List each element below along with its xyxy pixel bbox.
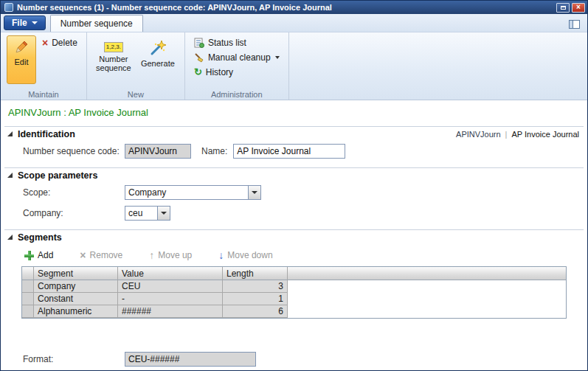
row-filler: [288, 293, 566, 305]
number-sequence-icon: 1,2,3.: [104, 42, 123, 52]
move-down-label: Move down: [227, 250, 272, 260]
remove-button[interactable]: × Remove: [80, 250, 122, 260]
broom-icon: [194, 52, 204, 63]
group-label-new: New: [87, 90, 184, 99]
table-row[interactable]: Company CEU 3: [22, 280, 566, 293]
company-dropdown-button[interactable]: [157, 207, 170, 220]
chevron-down-icon: [161, 212, 167, 215]
manual-cleanup-button[interactable]: Manual cleanup: [191, 50, 283, 64]
scope-section-header[interactable]: Scope parameters: [4, 167, 584, 182]
row-selector[interactable]: [22, 305, 34, 318]
column-header-value[interactable]: Value: [118, 267, 223, 280]
ribbon-group-maintain: Edit × Delete Maintain: [1, 32, 87, 100]
cell-value[interactable]: ######: [118, 305, 223, 318]
row-selector[interactable]: [22, 293, 34, 305]
file-menu-label: File: [12, 18, 27, 28]
table-row[interactable]: Constant - 1: [22, 293, 566, 305]
table-row[interactable]: Alphanumeric ###### 6: [22, 305, 566, 318]
collapse-triangle-icon: [7, 173, 13, 178]
chevron-down-icon: [252, 191, 257, 194]
section-identification: Identification APINVJourn | AP Invoice J…: [1, 126, 587, 165]
grid-header-filler: [288, 267, 566, 280]
format-row: Format:: [23, 351, 587, 367]
scope-parameters-title: Scope parameters: [18, 170, 97, 181]
history-button[interactable]: ↻ History: [191, 65, 283, 79]
scope-value: Company: [125, 187, 248, 198]
tab-number-sequence[interactable]: Number sequence: [50, 15, 143, 32]
move-up-button[interactable]: ↑ Move up: [149, 250, 192, 260]
cell-value[interactable]: -: [118, 293, 223, 305]
add-label: Add: [38, 250, 53, 260]
company-label: Company:: [23, 208, 125, 218]
summary-code: APINVJourn: [456, 130, 501, 139]
group-label-administration: Administration: [185, 90, 288, 99]
close-button[interactable]: ×: [572, 3, 585, 13]
identification-fields: Number sequence code: Name:: [23, 143, 587, 159]
grid-selector-header: [22, 267, 34, 280]
name-input[interactable]: [233, 144, 345, 159]
app-window: Number sequences (1) - Number sequence c…: [0, 0, 588, 371]
identification-summary: APINVJourn | AP Invoice Journal: [456, 130, 584, 139]
cell-length[interactable]: 6: [223, 305, 288, 318]
number-sequence-code-input[interactable]: [125, 144, 191, 159]
scope-dropdown-button[interactable]: [248, 186, 260, 199]
identification-title: Identification: [18, 129, 75, 139]
number-sequence-button[interactable]: 1,2,3. Number sequence: [93, 35, 134, 84]
manual-cleanup-label: Manual cleanup: [208, 52, 271, 63]
cell-segment[interactable]: Alphanumeric: [34, 305, 118, 318]
add-button[interactable]: Add: [24, 250, 53, 260]
window-buttons: ×: [556, 3, 585, 13]
tabrow-right-icons: [569, 20, 580, 29]
pencil-icon: [13, 39, 30, 55]
delete-button-label: Delete: [52, 38, 77, 48]
generate-button-label: Generate: [141, 59, 175, 68]
ribbon-group-new: 1,2,3. Number sequence Generate New: [87, 32, 185, 100]
ribbon-tab-row: File Number sequence: [1, 14, 587, 32]
section-scope-parameters: Scope parameters Scope: Company Company:…: [1, 167, 587, 227]
history-icon: ↻: [194, 67, 202, 77]
row-filler: [288, 305, 566, 318]
row-selector[interactable]: [22, 280, 34, 293]
cell-length[interactable]: 1: [223, 293, 288, 305]
segments-section-header[interactable]: Segments: [4, 229, 584, 244]
scope-row: Scope: Company: [23, 184, 587, 201]
layout-icon-pane: [570, 21, 573, 28]
move-down-icon: ↓: [218, 250, 224, 260]
segments-title: Segments: [18, 232, 62, 243]
status-list-button[interactable]: Status list: [191, 35, 283, 49]
generate-button[interactable]: Generate: [137, 35, 179, 84]
column-header-length[interactable]: Length: [223, 267, 288, 280]
cell-value[interactable]: CEU: [118, 280, 223, 293]
name-label: Name:: [201, 146, 227, 156]
add-icon: [24, 251, 34, 260]
edit-button[interactable]: Edit: [7, 35, 36, 84]
group-label-maintain: Maintain: [1, 90, 86, 99]
format-label: Format:: [23, 354, 125, 364]
format-input[interactable]: [125, 352, 256, 367]
file-menu-button[interactable]: File: [4, 15, 46, 30]
company-value: ceu: [125, 208, 157, 218]
ribbon-group-administration: Status list Manual cleanup ↻ History Adm…: [185, 32, 289, 100]
column-header-segment[interactable]: Segment: [34, 267, 118, 280]
delete-icon: ×: [42, 38, 48, 48]
code-label: Number sequence code:: [23, 146, 125, 156]
move-down-button[interactable]: ↓ Move down: [218, 250, 272, 260]
layout-icon[interactable]: [569, 20, 580, 29]
maximize-button[interactable]: [556, 3, 570, 13]
identification-section-header[interactable]: Identification APINVJourn | AP Invoice J…: [4, 126, 584, 141]
delete-button[interactable]: × Delete: [39, 35, 80, 49]
company-select[interactable]: ceu: [125, 206, 170, 221]
scope-select[interactable]: Company: [125, 185, 261, 200]
collapse-triangle-icon: [7, 235, 13, 240]
cell-segment[interactable]: Company: [34, 280, 118, 293]
wand-icon: [149, 39, 167, 57]
cell-length[interactable]: 3: [223, 280, 288, 293]
history-label: History: [206, 67, 233, 77]
move-up-icon: ↑: [149, 250, 154, 260]
remove-label: Remove: [90, 250, 123, 260]
titlebar: Number sequences (1) - Number sequence c…: [1, 1, 587, 14]
cell-segment[interactable]: Constant: [34, 293, 118, 305]
remove-icon: ×: [80, 250, 86, 260]
segments-grid: Segment Value Length Company CEU 3 Const…: [21, 266, 567, 319]
chevron-down-icon: [32, 21, 38, 24]
